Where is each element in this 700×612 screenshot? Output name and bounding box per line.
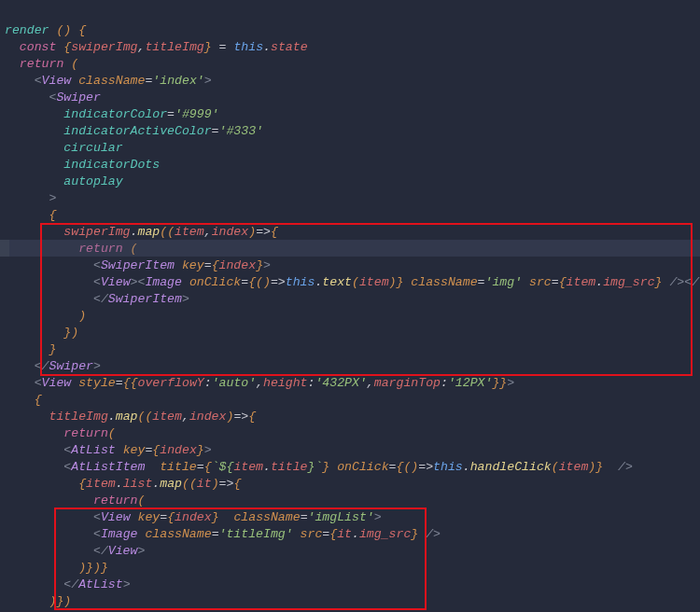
code-editor[interactable]: render () { const {swiperImg,titleImg} =… [0,0,700,612]
gutter-indicator [0,240,9,257]
code-block[interactable]: render () { const {swiperImg,titleImg} =… [5,6,700,612]
